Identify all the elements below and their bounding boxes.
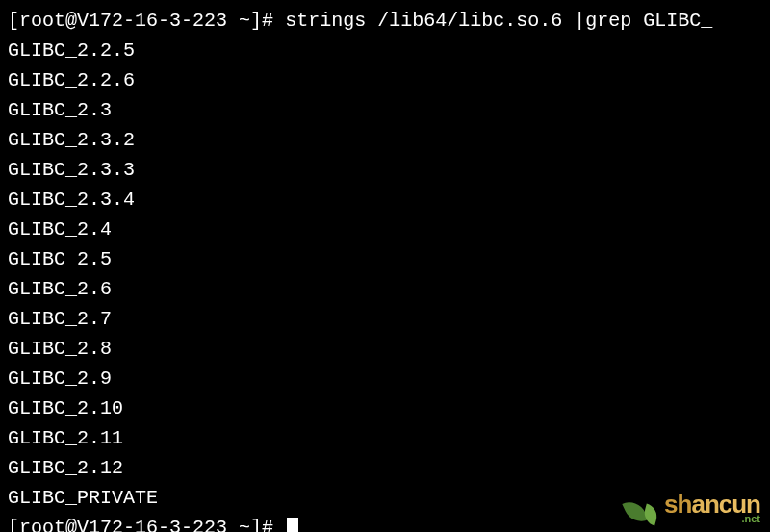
- prompt-tilde: ~: [239, 10, 250, 32]
- prompt-space: [227, 517, 239, 532]
- command-text: strings /lib64/libc.so.6 |grep GLIBC_: [273, 10, 712, 32]
- output-line: GLIBC_2.3.3: [8, 155, 762, 185]
- prompt-space: [227, 10, 239, 32]
- prompt-user-host: root@V172-16-3-223: [19, 10, 227, 32]
- output-line: GLIBC_2.8: [8, 334, 762, 364]
- prompt-tilde: ~: [239, 517, 250, 532]
- output-line: GLIBC_PRIVATE: [8, 483, 762, 513]
- output-line: GLIBC_2.3.4: [8, 185, 762, 215]
- command-line-1: [root@V172-16-3-223 ~]# strings /lib64/l…: [8, 6, 762, 36]
- output-line: GLIBC_2.4: [8, 215, 762, 244]
- prompt-hash: #: [262, 517, 273, 532]
- output-line: GLIBC_2.2.6: [8, 65, 762, 95]
- output-line: GLIBC_2.9: [8, 364, 762, 393]
- command-line-2[interactable]: [root@V172-16-3-223 ~]#: [8, 513, 762, 532]
- output-line: GLIBC_2.12: [8, 453, 762, 483]
- output-line: GLIBC_2.2.5: [8, 36, 762, 65]
- output-line: GLIBC_2.5: [8, 244, 762, 274]
- prompt-user-host: root@V172-16-3-223: [19, 517, 227, 532]
- prompt-hash: #: [262, 10, 273, 32]
- output-line: GLIBC_2.3: [8, 95, 762, 125]
- cursor-block: [287, 518, 298, 532]
- output-line: GLIBC_2.10: [8, 393, 762, 423]
- output-line: GLIBC_2.6: [8, 274, 762, 304]
- command-input[interactable]: [273, 517, 285, 532]
- prompt-close-bracket: ]: [250, 517, 262, 532]
- prompt-open-bracket: [: [8, 517, 19, 532]
- output-line: GLIBC_2.11: [8, 423, 762, 453]
- output-line: GLIBC_2.7: [8, 304, 762, 334]
- prompt-close-bracket: ]: [250, 10, 262, 32]
- prompt-open-bracket: [: [8, 10, 19, 32]
- output-line: GLIBC_2.3.2: [8, 125, 762, 155]
